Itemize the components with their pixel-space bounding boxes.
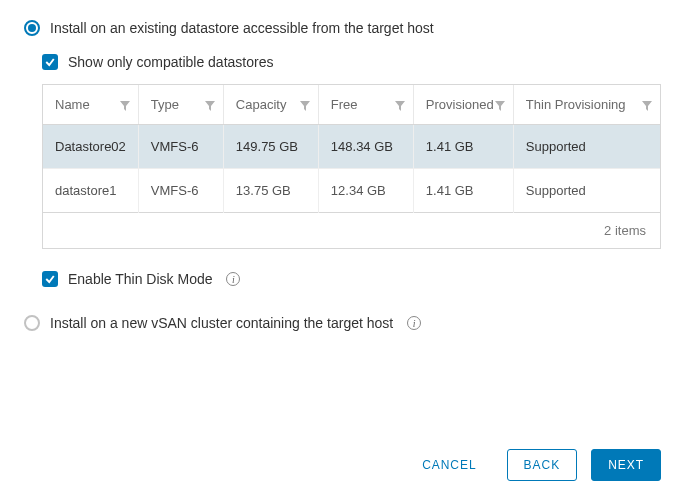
checkbox-thin-disk-label: Enable Thin Disk Mode [68, 271, 212, 287]
option-existing-datastore[interactable]: Install on an existing datastore accessi… [24, 20, 661, 36]
checkbox-compatible-label: Show only compatible datastores [68, 54, 273, 70]
wizard-buttons: CANCEL BACK NEXT [406, 449, 661, 481]
filter-icon[interactable] [395, 99, 405, 109]
option-existing-label: Install on an existing datastore accessi… [50, 20, 434, 36]
cell-name: datastore1 [43, 169, 138, 213]
cell-free: 148.34 GB [318, 125, 413, 169]
radio-icon [24, 20, 40, 36]
filter-icon[interactable] [120, 99, 130, 109]
checkbox-thin-disk-mode[interactable]: Enable Thin Disk Mode i [42, 271, 661, 287]
filter-icon[interactable] [205, 99, 215, 109]
cell-free: 12.34 GB [318, 169, 413, 213]
cell-type: VMFS-6 [138, 125, 223, 169]
filter-icon[interactable] [300, 99, 310, 109]
col-free[interactable]: Free [318, 85, 413, 125]
table-row[interactable]: datastore1 VMFS-6 13.75 GB 12.34 GB 1.41… [43, 169, 660, 213]
info-icon[interactable]: i [407, 316, 421, 330]
col-provisioned[interactable]: Provisioned [413, 85, 513, 125]
table-header-row: Name Type Capacity Free Provisioned [43, 85, 660, 125]
col-capacity[interactable]: Capacity [223, 85, 318, 125]
option-vsan-cluster[interactable]: Install on a new vSAN cluster containing… [24, 315, 661, 331]
table-footer: 2 items [43, 213, 660, 249]
checkbox-compatible-datastores[interactable]: Show only compatible datastores [42, 54, 661, 70]
radio-icon [24, 315, 40, 331]
filter-icon[interactable] [642, 99, 652, 109]
cell-name: Datastore02 [43, 125, 138, 169]
cell-capacity: 13.75 GB [223, 169, 318, 213]
cell-type: VMFS-6 [138, 169, 223, 213]
cell-provisioned: 1.41 GB [413, 169, 513, 213]
info-icon[interactable]: i [226, 272, 240, 286]
col-type[interactable]: Type [138, 85, 223, 125]
cell-thin: Supported [513, 169, 660, 213]
check-icon [42, 54, 58, 70]
back-button[interactable]: BACK [507, 449, 578, 481]
cell-thin: Supported [513, 125, 660, 169]
table-row[interactable]: Datastore02 VMFS-6 149.75 GB 148.34 GB 1… [43, 125, 660, 169]
col-name[interactable]: Name [43, 85, 138, 125]
cell-capacity: 149.75 GB [223, 125, 318, 169]
table-item-count: 2 items [43, 213, 660, 249]
cell-provisioned: 1.41 GB [413, 125, 513, 169]
filter-icon[interactable] [495, 99, 505, 109]
next-button[interactable]: NEXT [591, 449, 661, 481]
datastore-table: Name Type Capacity Free Provisioned [42, 84, 661, 249]
check-icon [42, 271, 58, 287]
cancel-button[interactable]: CANCEL [406, 450, 492, 480]
col-thin[interactable]: Thin Provisioning [513, 85, 660, 125]
option-vsan-label: Install on a new vSAN cluster containing… [50, 315, 393, 331]
